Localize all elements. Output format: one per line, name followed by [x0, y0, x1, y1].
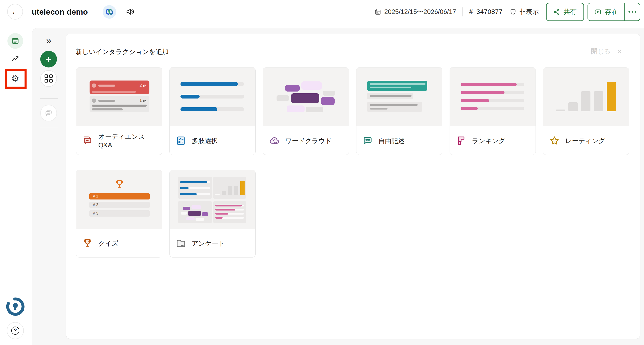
share-nodes-icon: [553, 8, 560, 15]
text-thumbnail: [356, 67, 442, 126]
card-label: オーディエンスQ&A: [98, 132, 145, 150]
collapse-rail-button[interactable]: »: [44, 35, 54, 46]
more-options-button[interactable]: [625, 3, 640, 20]
choice-thumbnail: [170, 67, 256, 126]
cloud-icon: [269, 135, 280, 146]
trophy-icon: [114, 179, 124, 189]
rating-thumbnail: [543, 67, 629, 126]
interaction-card-multiple-choice[interactable]: 多肢選択: [170, 67, 256, 155]
hash-icon: #: [469, 8, 473, 15]
card-label: レーティング: [565, 136, 605, 145]
cloud-thumbnail: [263, 67, 349, 126]
poll-card-icon: [11, 37, 19, 45]
announce-button[interactable]: [125, 7, 136, 16]
interaction-card-ranking[interactable]: ランキング: [450, 67, 536, 155]
annotation-highlight-box: [5, 69, 26, 89]
interaction-card-audience-qa[interactable]: 2 1: [76, 67, 162, 155]
text-bubble-icon: [362, 135, 373, 146]
templates-button[interactable]: [40, 70, 57, 87]
back-arrow-icon: ←: [11, 7, 19, 16]
date-range-value: 2025/12/15〜2026/06/17: [384, 7, 456, 16]
close-label[interactable]: 閉じる: [591, 47, 611, 56]
present-split-button: 存在: [588, 3, 640, 21]
webex-integration-badge[interactable]: [102, 5, 116, 19]
help-button[interactable]: ?: [7, 322, 24, 339]
qa-thumbnail: 2 1: [76, 67, 162, 126]
add-interaction-dialog: 新しいインタラクションを追加 閉じる 2: [66, 34, 640, 339]
interaction-card-word-cloud[interactable]: ワードクラウド: [263, 67, 349, 155]
ranking-thumbnail: [450, 67, 536, 126]
divider: [40, 98, 58, 99]
visibility-label: 非表示: [519, 7, 539, 16]
shield-alert-icon: [510, 8, 517, 15]
question-circle-icon: ?: [11, 327, 19, 335]
card-label: ワードクラウド: [285, 136, 332, 145]
ranking-steps-icon: [456, 135, 466, 146]
divider: [462, 7, 463, 16]
card-label: クイズ: [98, 239, 118, 248]
interaction-card-rating[interactable]: レーティング: [543, 67, 629, 155]
qa-bubbles-icon: [82, 135, 93, 146]
close-icon[interactable]: [617, 49, 622, 54]
interaction-card-survey[interactable]: アンケート: [170, 170, 256, 258]
announce-icon: [126, 8, 135, 16]
quiz-thumbnail: # 1 # 2 # 3: [76, 170, 162, 229]
chat-button[interactable]: [40, 105, 57, 121]
header-toolbar: 2025/12/15〜2026/06/17 # 3470877 非表示: [374, 0, 640, 24]
webex-logo: [105, 8, 114, 15]
folder-icon: [176, 238, 186, 249]
visibility-control[interactable]: 非表示: [510, 7, 539, 16]
event-code-value: 3470877: [476, 8, 502, 15]
sidebar-item-interactions[interactable]: [8, 33, 23, 49]
present-button[interactable]: 存在: [588, 3, 624, 20]
survey-thumbnail: [170, 170, 256, 229]
slido-bulb-logo: [6, 297, 24, 316]
interaction-card-quiz[interactable]: # 1 # 2 # 3 クイズ: [76, 170, 162, 258]
add-interaction-button[interactable]: +: [40, 51, 57, 67]
card-label: 多肢選択: [192, 136, 218, 145]
chat-bubbles-icon: [44, 109, 53, 117]
divider: [40, 127, 58, 127]
trophy-icon: [82, 238, 93, 249]
card-label: 自由記述: [378, 136, 404, 145]
share-button[interactable]: 共有: [546, 3, 584, 21]
back-button[interactable]: ←: [7, 4, 23, 19]
sidebar-item-analytics[interactable]: [11, 55, 20, 63]
present-play-icon: [594, 8, 602, 15]
grid-icon: [44, 74, 53, 82]
share-label: 共有: [564, 7, 577, 16]
calendar-icon: [374, 8, 381, 15]
card-label: ランキング: [472, 136, 505, 145]
present-label: 存在: [605, 7, 618, 16]
trend-up-icon: [11, 55, 20, 63]
app-header: ← utelecon demo: [0, 0, 644, 24]
checklist-icon: [176, 135, 186, 146]
date-range-control[interactable]: 2025/12/15〜2026/06/17: [374, 7, 456, 16]
card-label: アンケート: [192, 239, 225, 248]
interaction-card-open-text[interactable]: 自由記述: [356, 67, 442, 155]
event-title: utelecon demo: [32, 7, 88, 16]
star-icon: [549, 135, 560, 146]
dialog-title: 新しいインタラクションを追加: [76, 47, 168, 56]
event-code-control[interactable]: # 3470877: [469, 8, 503, 15]
